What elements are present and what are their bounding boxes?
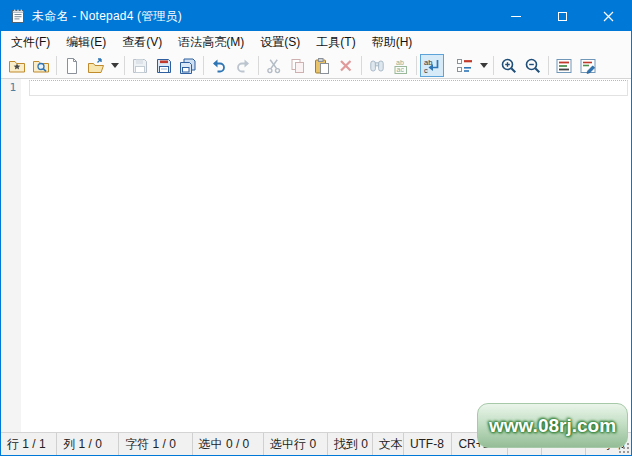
status-column: 列 1 / 0 [57,433,119,455]
status-doc-type[interactable]: 文本 [373,433,404,455]
zoom-in-button[interactable] [497,54,521,77]
notepad4-window: 未命名 - Notepad4 (管理员) 文件(F) 编辑(E) 查看(V) 语… [0,0,632,456]
notepad-icon [10,8,26,24]
close-button[interactable] [585,1,631,31]
paste-icon [313,57,331,75]
watermark: www.08rj.com [477,403,628,448]
redo-icon [234,57,252,75]
delete-button[interactable] [334,54,358,77]
title-bar: 未命名 - Notepad4 (管理员) [1,1,631,31]
toolbar-separator [548,56,549,75]
menu-bar: 文件(F) 编辑(E) 查看(V) 语法高亮(M) 设置(S) 工具(T) 帮助… [1,31,631,53]
menu-tools[interactable]: 工具(T) [308,31,363,54]
chevron-down-icon [480,63,488,68]
close-icon [603,11,614,22]
redo-button[interactable] [231,54,255,77]
toolbar-separator [124,56,125,75]
svg-text:c: c [424,66,428,75]
maximize-icon [558,12,567,21]
window-title: 未命名 - Notepad4 (管理员) [32,8,182,25]
save-as-button[interactable] [152,54,176,77]
toolbar-separator [493,56,494,75]
zoom-out-button[interactable] [521,54,545,77]
view-schemes-button[interactable] [552,54,576,77]
menu-scheme[interactable]: 语法高亮(M) [170,31,252,54]
word-wrap-toggle[interactable]: ab c [420,54,444,77]
caret-line-frame [29,80,628,96]
save-all-button[interactable] [176,54,200,77]
scheme-select-dropdown[interactable] [477,54,490,77]
favorites-button[interactable] [5,54,29,77]
menu-file[interactable]: 文件(F) [3,31,58,54]
chevron-down-icon [111,63,119,68]
save-all-icon [179,57,197,75]
delete-icon [337,57,355,75]
browse-button[interactable] [29,54,53,77]
new-file-icon [63,57,81,75]
save-button[interactable] [128,54,152,77]
undo-icon [210,57,228,75]
minimize-icon [511,16,521,17]
undo-button[interactable] [207,54,231,77]
line-number: 1 [9,81,16,94]
replace-icon: ab ac [392,57,410,75]
text-input-area[interactable] [21,79,631,432]
cut-button[interactable] [262,54,286,77]
menu-help[interactable]: 帮助(H) [364,31,421,54]
status-line: 行 1 / 1 [1,433,57,455]
cut-icon [265,57,283,75]
customize-schemes-icon [579,57,597,75]
open-file-button[interactable] [84,54,108,77]
copy-icon [289,57,307,75]
menu-settings[interactable]: 设置(S) [252,31,308,54]
menu-edit[interactable]: 编辑(E) [58,31,114,54]
line-number-margin[interactable]: 1 [1,79,21,432]
toolbar-separator [203,56,204,75]
svg-text:ac: ac [397,66,405,73]
copy-button[interactable] [286,54,310,77]
toolbar-separator [361,56,362,75]
open-file-dropdown[interactable] [108,54,121,77]
paste-button[interactable] [310,54,334,77]
view-schemes-icon [555,57,573,75]
minimize-button[interactable] [493,1,539,31]
browse-folder-icon [32,57,50,75]
toolbar-separator [258,56,259,75]
status-selected-lines: 选中行 0 [264,433,328,455]
status-selection: 选中 0 / 0 [193,433,265,455]
find-icon [368,57,386,75]
status-found: 找到 0 [328,433,373,455]
menu-view[interactable]: 查看(V) [114,31,170,54]
new-file-button[interactable] [60,54,84,77]
replace-button[interactable]: ab ac [389,54,413,77]
scheme-select-icon [456,57,474,75]
status-character: 字符 1 / 0 [119,433,192,455]
save-as-icon [155,57,173,75]
toolbar-separator [56,56,57,75]
open-file-icon [87,57,105,75]
find-button[interactable] [365,54,389,77]
word-wrap-icon: ab c [423,57,441,75]
editor-area: 1 [1,79,631,432]
customize-schemes-button[interactable] [576,54,600,77]
favorites-folder-icon [8,57,26,75]
svg-text:ab: ab [396,58,404,65]
toolbar: ab ac ab c [1,53,631,79]
zoom-in-icon [500,57,518,75]
toolbar-separator [416,56,417,75]
save-icon [131,57,149,75]
zoom-out-icon [524,57,542,75]
maximize-button[interactable] [539,1,585,31]
status-encoding[interactable]: UTF-8 [404,433,453,455]
scheme-select-button[interactable] [453,54,477,77]
